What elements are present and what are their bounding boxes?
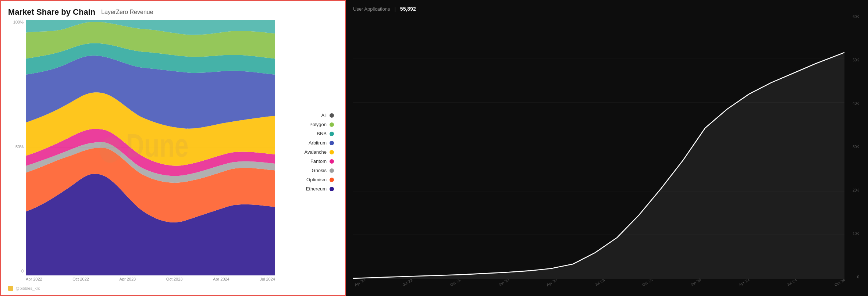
right-x-axis: Apr '22 Jul '22 Oct '22 Jan '23 Apr '23 …	[353, 279, 844, 290]
legend-dot-arbitrum	[330, 141, 334, 145]
x-label-apr24: Apr 2024	[213, 277, 230, 284]
legend-panel: All Polygon BNB Arbitrum Avalanche Fanto…	[275, 20, 338, 284]
x-label-oct23: Oct 2023	[166, 277, 183, 284]
legend-dot-fantom	[330, 159, 334, 164]
legend-item-all: All	[279, 113, 334, 118]
legend-label-arbitrum: Arbitrum	[309, 140, 327, 146]
legend-dot-gnosis	[330, 168, 334, 173]
legend-label-bnb: BNB	[317, 131, 327, 136]
legend-dot-all	[330, 113, 334, 118]
right-y-label-0: 0	[857, 275, 859, 279]
right-x-label-oct23: Oct '23	[641, 278, 654, 287]
legend-item-ethereum: Ethereum	[279, 186, 334, 192]
legend-label-all: All	[321, 113, 327, 118]
x-label-apr22: Apr 2022	[26, 277, 42, 284]
legend-dot-bnb	[330, 132, 334, 136]
left-panel: Market Share by Chain LayerZero Revenue …	[0, 0, 346, 296]
right-y-label-10k: 10K	[853, 232, 859, 236]
right-x-label-apr22: Apr '22	[354, 278, 366, 287]
right-x-label-jul24: Jul '24	[786, 278, 797, 287]
attribution: @pibbles_krc	[8, 286, 338, 291]
user-applications-chart	[353, 15, 844, 279]
legend-label-fantom: Fantom	[310, 158, 327, 164]
right-x-label-jan23: Jan '23	[498, 278, 510, 287]
right-y-label-50k: 50K	[853, 58, 859, 62]
legend-dot-avalanche	[330, 150, 334, 154]
chart-area: 100% 50% 0	[8, 20, 338, 284]
y-label-50: 50%	[15, 145, 24, 149]
svg-text:Dune: Dune	[126, 127, 188, 164]
legend-item-gnosis: Gnosis	[279, 168, 334, 173]
y-label-0: 0	[21, 269, 24, 273]
right-x-label-apr23: Apr '23	[546, 278, 558, 287]
right-x-label-apr24: Apr '24	[738, 278, 750, 287]
x-label-jul24: Jul 2024	[260, 277, 275, 284]
right-x-label-jul23: Jul '23	[594, 278, 605, 287]
legend-label-gnosis: Gnosis	[312, 168, 327, 173]
attribution-icon	[8, 286, 13, 291]
right-y-label-60k: 60K	[853, 15, 859, 19]
attribution-text: @pibbles_krc	[15, 286, 40, 290]
y-axis: 100% 50% 0	[8, 20, 26, 273]
right-panel-value: 55,892	[400, 6, 416, 12]
legend-label-ethereum: Ethereum	[306, 186, 327, 192]
right-x-label-oct24: Oct '24	[834, 278, 846, 287]
chart-subtitle: LayerZero Revenue	[101, 9, 153, 15]
y-label-100: 100%	[13, 20, 24, 24]
x-axis: Apr 2022 Oct 2022 Apr 2023 Oct 2023 Apr …	[26, 275, 275, 284]
x-label-apr23: Apr 2023	[120, 277, 136, 284]
legend-item-avalanche: Avalanche	[279, 149, 334, 155]
right-y-axis: 60K 50K 40K 30K 20K 10K 0	[844, 15, 861, 279]
chart-header: Market Share by Chain LayerZero Revenue	[8, 7, 338, 17]
legend-label-avalanche: Avalanche	[305, 149, 327, 155]
legend-label-polygon: Polygon	[309, 122, 327, 127]
right-y-label-30k: 30K	[853, 145, 859, 149]
right-divider: |	[394, 6, 395, 12]
right-panel: User Applications | 55,892 60K 50K 40K 3…	[346, 0, 868, 296]
right-x-label-jan24: Jan '24	[690, 278, 702, 287]
legend-label-optimism: Optimism	[306, 177, 327, 182]
chart-title: Market Share by Chain	[8, 7, 95, 17]
right-x-label-jul22: Jul '22	[402, 278, 413, 287]
legend-item-arbitrum: Arbitrum	[279, 140, 334, 146]
right-y-label-40k: 40K	[853, 101, 859, 106]
legend-item-polygon: Polygon	[279, 122, 334, 127]
x-label-oct22: Oct 2022	[72, 277, 89, 284]
legend-item-optimism: Optimism	[279, 177, 334, 182]
right-y-label-20k: 20K	[853, 188, 859, 192]
legend-item-bnb: BNB	[279, 131, 334, 136]
right-x-label-oct22: Oct '22	[449, 278, 462, 287]
right-header: User Applications | 55,892	[353, 6, 861, 12]
chart-wrapper: 100% 50% 0	[8, 20, 275, 284]
legend-item-fantom: Fantom	[279, 158, 334, 164]
legend-dot-ethereum	[330, 187, 334, 191]
right-panel-title: User Applications	[353, 6, 390, 12]
legend-dot-polygon	[330, 122, 334, 127]
legend-dot-optimism	[330, 178, 334, 182]
right-chart-area: 60K 50K 40K 30K 20K 10K 0	[353, 15, 861, 290]
stacked-area-chart: Dune	[26, 20, 275, 275]
